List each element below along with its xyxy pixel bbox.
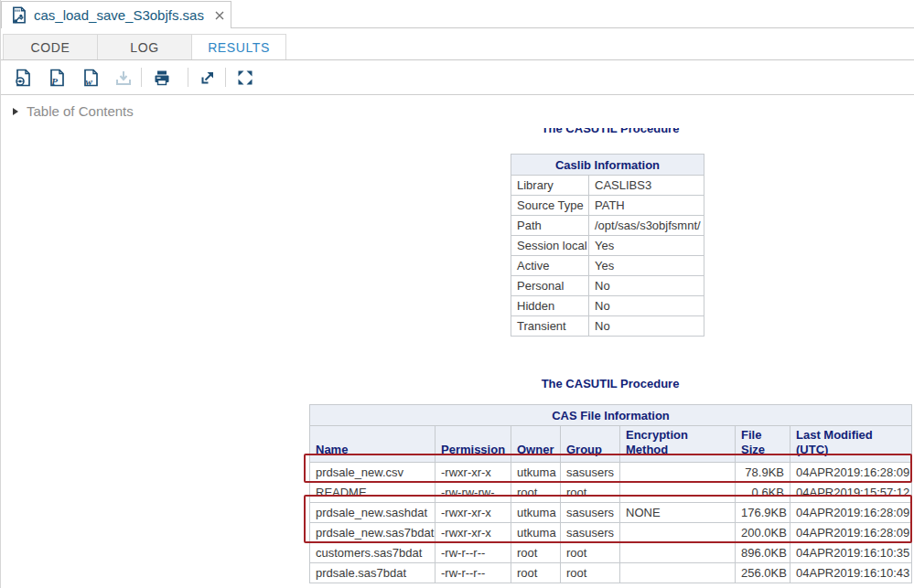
- table-row: Path/opt/sas/s3objfsmnt/: [511, 216, 704, 236]
- table-cell: root: [511, 542, 561, 562]
- table-cell: /opt/sas/s3objfsmnt/: [589, 216, 704, 236]
- download-icon[interactable]: [114, 69, 133, 87]
- table-cell: sasusers: [561, 522, 620, 542]
- print-icon[interactable]: [153, 69, 171, 87]
- procedure-title: The CASUTIL Procedure: [309, 377, 911, 390]
- open-new-window-icon[interactable]: [199, 69, 217, 87]
- table-cell: 200.0KB: [736, 522, 790, 542]
- svg-text:P: P: [51, 76, 58, 87]
- table-cell: utkuma: [511, 462, 561, 482]
- table-cell: No: [589, 276, 704, 296]
- table-cell: root: [561, 482, 620, 502]
- svg-text:w: w: [86, 76, 93, 87]
- table-cell: utkuma: [511, 502, 561, 522]
- table-row: LibraryCASLIBS3: [511, 176, 704, 196]
- table-cell: [620, 562, 736, 583]
- column-header: Last Modified (UTC): [790, 426, 912, 463]
- tab-code[interactable]: CODE: [3, 34, 98, 59]
- html-report-icon[interactable]: [14, 69, 32, 87]
- view-tab-bar: CODE LOG RESULTS: [1, 28, 914, 60]
- table-cell: prdsale_new.sashdat: [310, 502, 435, 522]
- toolbar-separator: [141, 68, 142, 87]
- table-of-contents-toggle[interactable]: Table of Contents: [13, 103, 134, 119]
- table-row: prdsale_new.csv-rwxr-xr-xutkumasasusers7…: [310, 462, 912, 482]
- table-cell: [620, 482, 736, 502]
- table-cell: -rw-r--r--: [435, 542, 511, 562]
- table-row: prdsale_new.sas7bdat-rwxr-xr-xutkumasasu…: [310, 522, 912, 542]
- column-header: File Size: [736, 426, 790, 463]
- table-cell: 04APR2019:16:10:43: [790, 562, 912, 583]
- table-cell: [620, 462, 736, 482]
- document-tab[interactable]: cas_load_save_S3objfs.sas: [1, 1, 231, 28]
- tab-log[interactable]: LOG: [97, 34, 192, 59]
- table-row: ActiveYes: [511, 256, 704, 276]
- table-cell: sasusers: [561, 502, 620, 522]
- table-cell: prdsale_new.csv: [310, 462, 435, 482]
- results-toolbar: P w: [1, 60, 914, 95]
- table-row: TransientNo: [511, 316, 704, 337]
- table-cell: Library: [511, 176, 589, 196]
- column-header: Name: [310, 426, 435, 463]
- results-content: The CASUTIL Procedure Caslib Information…: [1, 128, 914, 588]
- table-cell: -rw-rw-rw-: [435, 482, 511, 502]
- table-cell: Hidden: [511, 296, 589, 316]
- document-tab-bar: cas_load_save_S3objfs.sas: [1, 0, 914, 28]
- table-cell: -rwxr-xr-x: [435, 522, 511, 542]
- table-cell: 04APR2019:15:57:12: [790, 482, 912, 502]
- table-cell: 256.0KB: [736, 562, 790, 583]
- table-cell: root: [561, 542, 620, 562]
- table-cell: prdsale.sas7bdat: [310, 562, 435, 583]
- table-cell: 176.9KB: [736, 502, 790, 522]
- table-cell: No: [589, 316, 704, 337]
- table-cell: 0.6KB: [736, 482, 790, 502]
- table-cell: [620, 542, 736, 562]
- table-cell: Yes: [589, 236, 704, 256]
- table-cell: NONE: [620, 502, 736, 522]
- table-cell: [620, 522, 736, 542]
- table-cell: utkuma: [511, 522, 561, 542]
- table-cell: 04APR2019:16:28:09: [790, 522, 912, 542]
- word-report-icon[interactable]: w: [81, 69, 100, 87]
- toc-expand-icon: [13, 108, 18, 115]
- table-cell: Yes: [589, 256, 704, 276]
- table-cell: Transient: [511, 316, 589, 337]
- caslib-information-table: Caslib Information LibraryCASLIBS3Source…: [511, 154, 704, 337]
- table-cell: root: [561, 562, 620, 583]
- table-cell: 04APR2019:16:28:09: [790, 502, 912, 522]
- table-cell: Path: [511, 216, 589, 236]
- tab-results[interactable]: RESULTS: [191, 34, 286, 59]
- table-cell: 896.0KB: [736, 542, 790, 562]
- table-cell: Source Type: [511, 196, 589, 216]
- document-tab-title: cas_load_save_S3objfs.sas: [34, 7, 204, 23]
- column-header: Group: [561, 426, 620, 463]
- toc-row: Table of Contents: [1, 95, 914, 128]
- table-cell: root: [511, 562, 561, 583]
- close-icon[interactable]: [215, 11, 224, 20]
- toolbar-separator: [188, 68, 188, 87]
- table-cell: 04APR2019:16:10:35: [790, 542, 912, 562]
- table-cell: root: [511, 482, 561, 502]
- table-cell: Personal: [511, 276, 589, 296]
- table-row: PersonalNo: [511, 276, 704, 296]
- table-cell: -rwxr-xr-x: [435, 462, 511, 482]
- toolbar-separator: [225, 68, 226, 87]
- table-row: customers.sas7bdat-rw-r--r--rootroot896.…: [310, 542, 912, 562]
- pdf-report-icon[interactable]: P: [48, 69, 66, 87]
- table-cell: customers.sas7bdat: [310, 542, 435, 562]
- table-cell: -rwxr-xr-x: [435, 502, 511, 522]
- table-cell: sasusers: [561, 462, 620, 482]
- table-cell: prdsale_new.sas7bdat: [310, 522, 435, 542]
- table-row: Session localYes: [511, 236, 704, 256]
- table-cell: 04APR2019:16:28:09: [790, 462, 912, 482]
- table-row: README-rw-rw-rw-rootroot0.6KB04APR2019:1…: [310, 482, 912, 502]
- table-title: Caslib Information: [511, 155, 704, 176]
- column-header: Encryption Method: [620, 426, 736, 463]
- column-header: Owner: [511, 426, 561, 463]
- table-cell: 78.9KB: [736, 462, 790, 482]
- table-cell: PATH: [589, 196, 704, 216]
- sas-studio-results-panel: cas_load_save_S3objfs.sas CODE LOG RESUL…: [0, 0, 914, 588]
- maximize-icon[interactable]: [236, 69, 254, 87]
- table-row: prdsale.sas7bdat-rw-r--r--rootroot256.0K…: [310, 562, 912, 583]
- column-header: Permission: [435, 426, 511, 463]
- sas-program-icon: [11, 6, 27, 24]
